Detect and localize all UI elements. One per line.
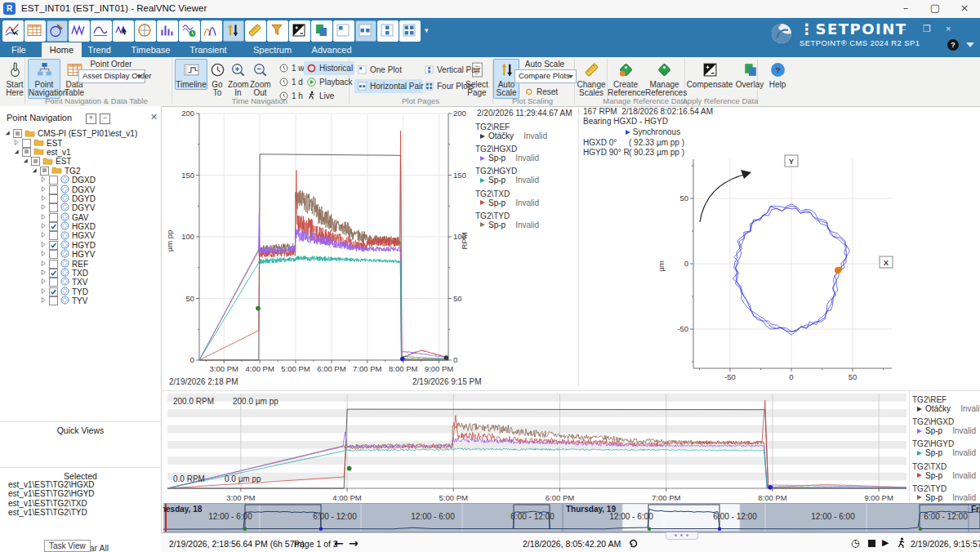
legend-entry[interactable]: Sp-pInvalid [917, 426, 976, 435]
overlay-button[interactable]: Overlay [733, 59, 766, 90]
checkbox[interactable] [49, 222, 58, 231]
one-plot-icon[interactable] [333, 20, 354, 42]
expander-closed-icon[interactable] [40, 250, 47, 257]
auto-scale-icon[interactable] [223, 20, 244, 42]
tree-node-tg2[interactable]: TG2 [0, 167, 160, 176]
selected-item[interactable]: est_v1\EST\TG2\HGXD [8, 480, 95, 489]
historical-button[interactable]: Historical [304, 61, 354, 75]
tree-node-est[interactable]: EST [0, 138, 160, 147]
checkbox[interactable] [49, 260, 58, 269]
orbit-plot-icon[interactable] [47, 20, 68, 42]
timeline-button[interactable]: Timeline [175, 59, 207, 90]
tab-advanced[interactable]: Advanced [304, 42, 360, 57]
playback-button[interactable]: Playback [304, 75, 354, 89]
quick-views-header[interactable]: Quick Views [0, 425, 161, 435]
expander-closed-icon[interactable] [40, 296, 47, 304]
tab-file[interactable]: File [3, 42, 34, 57]
expander-closed-icon[interactable] [40, 194, 47, 202]
page-back-icon[interactable]: ← [334, 536, 344, 550]
one-plot-button[interactable]: One Plot [354, 63, 407, 77]
collapse-all-button[interactable]: − [100, 114, 110, 124]
expander-closed-icon[interactable] [40, 260, 47, 267]
tree-node-dgxv[interactable]: DGXV [0, 185, 160, 194]
legend-entry[interactable]: OtáčkyInvalid [917, 404, 980, 413]
tree-node-dgyv[interactable]: DGYV [0, 203, 160, 212]
event-marker[interactable] [347, 466, 352, 471]
expander-closed-icon[interactable] [40, 176, 47, 183]
one-day-button[interactable]: 1 d [276, 75, 304, 89]
orbit-plot[interactable]: -50-50005050µmYX [652, 152, 921, 389]
waveform-cursor-icon[interactable] [113, 20, 134, 42]
checkbox[interactable] [49, 213, 58, 222]
tree-node-hgxd[interactable]: HGXD [0, 222, 160, 231]
live-runner-icon[interactable] [896, 537, 906, 549]
timeline-selection-grip[interactable] [666, 532, 698, 540]
checkbox[interactable] [49, 194, 58, 203]
checkbox[interactable] [49, 278, 58, 287]
data-table-icon[interactable] [24, 20, 46, 42]
tree-node-cms-pi-est-pi01-est-v1-[interactable]: CMS-PI (EST_PI01\est_v1) [0, 129, 160, 138]
overlay-icon[interactable] [311, 20, 332, 42]
change-scales-icon[interactable] [245, 20, 266, 42]
panel-close-icon[interactable]: ✕ [150, 112, 158, 122]
more-commands-icon[interactable]: ▾ [425, 26, 429, 34]
checkbox[interactable] [49, 176, 58, 185]
tab-home[interactable]: Home [42, 42, 82, 57]
expander-closed-icon[interactable] [40, 185, 47, 193]
event-marker[interactable] [256, 306, 261, 311]
tree-node-tyv[interactable]: TYV [0, 296, 160, 305]
tree-node-est[interactable]: EST [0, 157, 160, 166]
change-scales-button[interactable]: ChangeScales [576, 59, 607, 99]
expander-open-icon[interactable] [31, 167, 38, 174]
selected-item[interactable]: est_v1\EST\TG2\TXD [8, 499, 87, 508]
tree-node-txd[interactable]: TXD [0, 269, 160, 278]
expander-closed-icon[interactable] [40, 231, 47, 238]
legend-entry[interactable]: Sp-pInvalid [480, 220, 539, 229]
checkbox[interactable] [49, 250, 58, 259]
legend-entry[interactable]: Sp-pInvalid [917, 493, 976, 502]
expander-closed-icon[interactable] [40, 287, 47, 295]
compensate-icon[interactable] [289, 20, 310, 42]
checkbox[interactable] [49, 287, 58, 296]
tab-spectrum[interactable]: Spectrum [245, 42, 300, 57]
help-badge-icon[interactable]: ? [947, 39, 959, 51]
legend-entry[interactable]: Sp-pInvalid [480, 154, 539, 162]
waveform-icon[interactable] [69, 20, 90, 42]
filter-icon[interactable] [267, 20, 288, 42]
auto-scale-mode-dropdown[interactable]: Compare Plots [514, 69, 577, 83]
tree-node-hgyd[interactable]: HGYD [0, 241, 160, 250]
timeline-band[interactable]: Wednesday, 18Thursday, 19Friday, 2012:00… [163, 503, 980, 533]
one-week-button[interactable]: 1 w [276, 61, 304, 75]
legend-entry[interactable]: OtáčkyInvalid [480, 131, 547, 140]
create-reference-button[interactable]: CreateReference [607, 59, 644, 99]
tab-transient[interactable]: Transient [181, 42, 234, 57]
vertical-pair-icon[interactable] [377, 20, 399, 42]
point-navigation-button[interactable]: PointNavigation [28, 59, 60, 99]
expander-closed-icon[interactable] [40, 278, 47, 285]
one-hour-button[interactable]: 1 h [276, 89, 304, 103]
trend-plot[interactable]: 0050501001001501502002003:00 PM4:00 PM5:… [161, 106, 476, 390]
checkbox[interactable] [49, 231, 58, 240]
tree-node-hgxv[interactable]: HGXV [0, 231, 160, 240]
selected-item[interactable]: est_v1\EST\TG2\HGYD [8, 489, 95, 498]
checkbox[interactable] [40, 167, 49, 176]
point-order-dropdown[interactable]: Asset Display Order [78, 69, 145, 83]
four-plots-button[interactable]: Four Plots [421, 79, 474, 93]
expander-closed-icon[interactable] [40, 203, 47, 211]
smoothed-trend-icon[interactable] [91, 20, 112, 42]
close-button[interactable]: × [951, 0, 978, 17]
checkbox[interactable] [22, 148, 31, 157]
tree-node-dgxd[interactable]: DGXD [0, 176, 160, 185]
checkbox[interactable] [49, 241, 58, 250]
checkbox[interactable] [22, 139, 31, 148]
expander-open-icon[interactable] [22, 157, 29, 164]
maximize-button[interactable]: ▢ [921, 0, 949, 17]
checkbox[interactable] [13, 129, 22, 138]
minimize-button[interactable]: – [892, 0, 920, 17]
legend-entry[interactable]: Sp-pInvalid [480, 198, 539, 207]
expander-closed-icon[interactable] [40, 222, 47, 229]
zoom-out-button[interactable]: ZoomOut [249, 59, 271, 99]
expander-closed-icon[interactable] [40, 213, 47, 220]
expander-open-icon[interactable] [13, 148, 20, 155]
tree-node-dgyd[interactable]: DGYD [0, 194, 160, 203]
